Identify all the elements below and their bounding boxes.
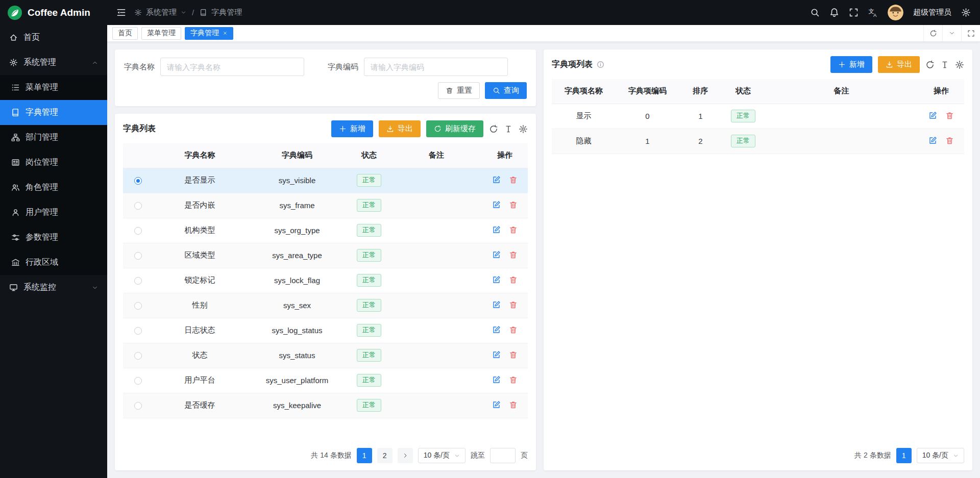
export-item-button[interactable]: 导出 [878,56,920,73]
sidebar-collapse-icon[interactable] [116,8,126,17]
page-size-select[interactable]: 10 条/页 [917,448,964,463]
row-radio[interactable] [134,352,142,360]
edit-icon[interactable] [492,325,501,334]
font-size-icon[interactable] [940,60,949,69]
sidebar-item-dict[interactable]: 字典管理 [0,100,107,125]
table-row[interactable]: 隐藏 1 2 正常 [552,129,964,154]
delete-icon[interactable] [509,325,518,334]
translate-icon[interactable]: 文A [868,8,878,17]
export-button[interactable]: 导出 [379,120,421,137]
delete-icon[interactable] [509,400,518,409]
font-size-icon[interactable] [504,124,513,134]
tab-dict[interactable]: 字典管理 [185,27,233,40]
jump-page-input[interactable] [490,448,516,463]
row-radio[interactable] [134,277,142,285]
edit-icon[interactable] [492,250,501,259]
table-row[interactable]: 日志状态 sys_log_status 正常 [123,318,528,343]
dict-name-input[interactable] [160,58,304,76]
row-radio[interactable] [134,377,142,385]
row-radio[interactable] [134,202,142,210]
delete-icon[interactable] [509,375,518,384]
sidebar-item-param[interactable]: 参数管理 [0,225,107,250]
fullscreen-icon[interactable] [849,8,859,17]
delete-icon[interactable] [509,175,518,184]
info-icon[interactable] [597,61,604,68]
page-button-1[interactable]: 1 [896,448,912,463]
edit-icon[interactable] [928,111,937,120]
delete-icon[interactable] [509,225,518,234]
breadcrumb-item[interactable]: 字典管理 [211,8,242,17]
delete-icon[interactable] [509,275,518,284]
table-row[interactable]: 锁定标记 sys_lock_flag 正常 [123,268,528,293]
notification-bell-icon[interactable] [829,8,839,17]
sidebar-item-home[interactable]: 首页 [0,25,107,50]
delete-icon[interactable] [509,300,518,309]
tab-home[interactable]: 首页 [112,27,138,40]
add-button[interactable]: 新增 [331,120,373,137]
refresh-table-icon[interactable] [925,60,935,69]
edit-icon[interactable] [492,300,501,309]
table-row[interactable]: 是否显示 sys_visible 正常 [123,168,528,193]
avatar[interactable] [888,5,903,20]
delete-icon[interactable] [509,200,518,209]
sidebar-item-dept[interactable]: 部门管理 [0,125,107,150]
sidebar-item-post[interactable]: 岗位管理 [0,150,107,175]
edit-icon[interactable] [492,400,501,409]
breadcrumb-item[interactable]: 系统管理 [146,8,177,17]
table-row[interactable]: 机构类型 sys_org_type 正常 [123,218,528,243]
column-settings-icon[interactable] [955,60,964,69]
edit-icon[interactable] [492,175,501,184]
table-row[interactable]: 是否缓存 sys_keepalive 正常 [123,393,528,418]
table-row[interactable]: 显示 0 1 正常 [552,104,964,129]
delete-icon[interactable] [509,250,518,259]
table-row[interactable]: 是否内嵌 sys_frame 正常 [123,193,528,218]
edit-icon[interactable] [492,225,501,234]
settings-gear-icon[interactable] [961,8,971,17]
row-radio[interactable] [134,327,142,335]
edit-icon[interactable] [492,350,501,359]
page-size-select[interactable]: 10 条/页 [418,448,465,463]
refresh-table-icon[interactable] [489,124,498,134]
app-logo[interactable]: Coffee Admin [0,0,107,25]
column-settings-icon[interactable] [519,124,528,134]
close-icon[interactable] [223,31,228,36]
add-item-button[interactable]: 新增 [830,56,872,73]
sidebar-group-monitor[interactable]: 系统监控 [0,275,107,300]
refresh-tab-icon[interactable] [929,30,937,37]
tab-menu[interactable]: 菜单管理 [141,27,181,40]
table-row[interactable]: 性别 sys_sex 正常 [123,293,528,318]
table-row[interactable]: 用户平台 sys_user_platform 正常 [123,368,528,393]
delete-icon[interactable] [945,136,954,145]
sidebar-item-region[interactable]: 行政区域 [0,250,107,275]
sidebar-item-label: 角色管理 [26,182,58,193]
edit-icon[interactable] [928,136,937,145]
tab-options-chevron-icon[interactable] [949,30,955,36]
row-radio[interactable] [134,177,142,185]
delete-icon[interactable] [509,350,518,359]
refresh-cache-button[interactable]: 刷新缓存 [426,120,483,137]
next-page-button[interactable] [398,448,413,463]
edit-icon[interactable] [492,375,501,384]
page-button-2[interactable]: 2 [377,448,393,463]
table-row[interactable]: 状态 sys_status 正常 [123,343,528,368]
table-row[interactable]: 区域类型 sys_area_type 正常 [123,243,528,268]
edit-icon[interactable] [492,275,501,284]
edit-icon[interactable] [492,200,501,209]
user-name[interactable]: 超级管理员 [913,8,951,17]
dict-code-input[interactable] [364,58,508,76]
sidebar-item-menu[interactable]: 菜单管理 [0,75,107,100]
sidebar-item-role[interactable]: 角色管理 [0,175,107,200]
search-icon[interactable] [810,8,820,17]
query-button[interactable]: 查询 [485,82,527,99]
row-radio[interactable] [134,402,142,410]
row-radio[interactable] [134,302,142,310]
content-fullscreen-icon[interactable] [967,30,975,37]
reset-button[interactable]: 重置 [438,82,480,99]
sidebar-item-user[interactable]: 用户管理 [0,200,107,225]
delete-icon[interactable] [945,111,954,120]
row-radio[interactable] [134,227,142,235]
page-button-1[interactable]: 1 [357,448,372,463]
sidebar-group-system[interactable]: 系统管理 [0,50,107,75]
row-radio[interactable] [134,252,142,260]
post-icon [11,158,20,167]
